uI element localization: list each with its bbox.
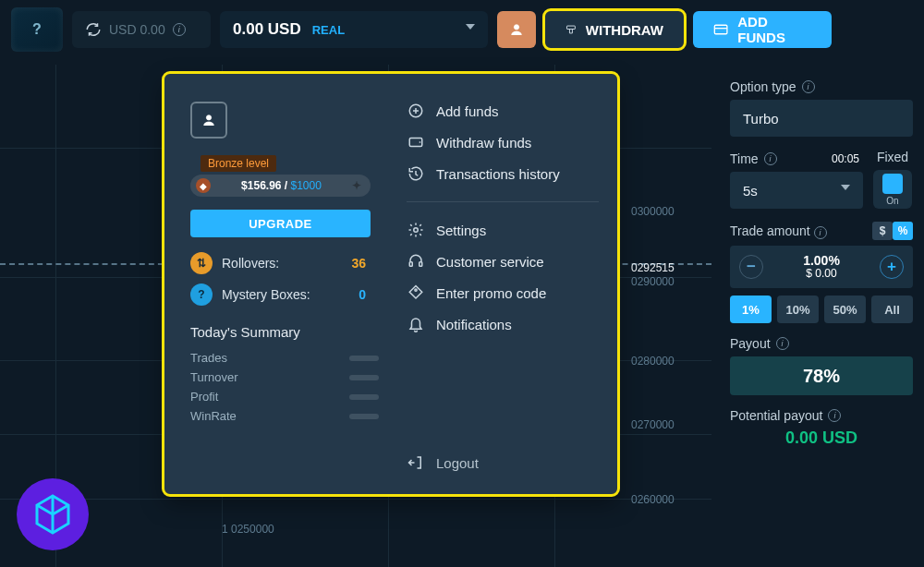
unit-percent[interactable]: %	[893, 222, 913, 240]
diamond-icon: ◆	[196, 178, 211, 193]
level-progress: ◆ $156.96 / $1000 ✦	[190, 175, 371, 197]
x-tick: 1 0250000	[222, 523, 274, 536]
chevron-down-icon	[841, 185, 850, 190]
menu-separator	[407, 201, 599, 202]
price-tick: 0260000	[631, 493, 675, 506]
mystery-count: 0	[359, 287, 384, 302]
time-select[interactable]: 5s	[730, 172, 863, 209]
summary-winrate: WinRate	[190, 409, 384, 423]
price-tick: 0290000	[631, 275, 675, 288]
option-type-label: Option type	[730, 79, 796, 94]
refresh-icon	[85, 21, 102, 38]
add-funds-label: ADD FUNDS	[737, 14, 811, 45]
trade-amount-label: Trade amount	[730, 223, 810, 238]
atm-icon	[565, 21, 577, 38]
history-icon	[407, 164, 425, 183]
tag-icon	[407, 284, 425, 302]
svg-point-6	[414, 228, 419, 233]
payout-label: Payout	[730, 336, 771, 351]
chip-10pct[interactable]: 10%	[777, 296, 819, 323]
time-section: Time i 00:05 5s Fixed On	[730, 150, 913, 209]
add-funds-button[interactable]: ADD FUNDS	[693, 11, 832, 48]
svg-point-3	[206, 115, 211, 120]
potential-label: Potential payout	[730, 408, 822, 423]
price-tick: 0300000	[631, 205, 675, 218]
summary-profit: Profit	[190, 390, 384, 404]
svg-rect-8	[419, 262, 422, 267]
withdraw-label: WITHDRAW	[586, 22, 663, 38]
potential-section: Potential payout i 0.00 USD	[730, 408, 913, 448]
balance-select[interactable]: 0.00 USD REAL	[220, 11, 488, 48]
menu-settings[interactable]: Settings	[407, 221, 599, 239]
withdraw-button[interactable]: WITHDRAW	[545, 11, 684, 48]
bell-icon	[407, 315, 425, 333]
profile-menu-popover: Bronze level ◆ $156.96 / $1000 ✦ UPGRADE…	[164, 74, 617, 494]
plus-icon: ✦	[352, 179, 361, 192]
unit-toggle[interactable]: $ %	[872, 222, 913, 240]
option-type-select[interactable]: Turbo	[730, 100, 913, 137]
logout-icon	[407, 453, 425, 472]
amount-display: 1.00% $ 0.00	[803, 254, 840, 281]
svg-rect-2	[714, 25, 727, 33]
summary-turnover: Turnover	[190, 370, 384, 384]
svg-point-9	[415, 289, 417, 291]
user-icon	[509, 22, 524, 37]
fixed-label: Fixed	[877, 150, 908, 164]
chip-50pct[interactable]: 50%	[824, 296, 866, 323]
menu-withdraw[interactable]: Withdraw funds	[407, 133, 599, 151]
level-current: $156.96	[241, 179, 281, 192]
amount-decrease[interactable]: −	[739, 255, 763, 279]
trade-sidebar: Option type i Turbo Time i 00:05 5s Fixe…	[730, 79, 913, 448]
potential-value: 0.00 USD	[730, 428, 913, 448]
summary-title: Today's Summary	[190, 324, 384, 340]
menu-promo[interactable]: Enter promo code	[407, 284, 599, 302]
level-tag: Bronze level	[201, 155, 276, 172]
menu-transactions[interactable]: Transactions history	[407, 164, 599, 183]
credits-pill[interactable]: USD 0.00 i	[72, 11, 211, 48]
payout-section: Payout i 78%	[730, 336, 913, 395]
profile-button[interactable]	[497, 11, 536, 48]
plus-circle-icon	[407, 102, 425, 120]
info-icon: i	[814, 226, 827, 239]
info-icon: i	[173, 23, 186, 36]
unit-dollar[interactable]: $	[872, 222, 893, 240]
rollovers-count: 36	[351, 256, 384, 271]
payout-value: 78%	[730, 356, 913, 395]
menu-notifications[interactable]: Notifications	[407, 315, 599, 333]
toggle-state: On	[886, 196, 898, 206]
price-tick: 0292515	[631, 261, 675, 274]
svg-rect-1	[566, 26, 575, 29]
level-max: $1000	[291, 179, 322, 192]
time-label: Time	[730, 151, 759, 166]
stat-rollovers[interactable]: ⇅ Rollovers: 36	[190, 252, 384, 274]
menu-add-funds[interactable]: Add funds	[407, 102, 599, 120]
logo-cube[interactable]: ?	[11, 7, 63, 52]
info-icon: i	[776, 337, 789, 350]
menu-logout[interactable]: Logout	[407, 453, 599, 472]
trade-amount-input: − 1.00% $ 0.00 +	[730, 246, 913, 288]
summary-trades: Trades	[190, 351, 384, 365]
credits-value: USD 0.00	[109, 22, 165, 37]
mystery-icon: ?	[190, 284, 213, 306]
svg-point-0	[514, 25, 518, 30]
rollover-icon: ⇅	[190, 252, 213, 274]
trade-amount-section: Trade amount i $ % − 1.00% $ 0.00 + 1% 1…	[730, 222, 913, 323]
amount-increase[interactable]: +	[880, 255, 904, 279]
fixed-toggle[interactable]: On	[873, 170, 912, 209]
wallet-icon	[407, 133, 425, 151]
account-menu: Add funds Withdraw funds Transactions hi…	[407, 102, 599, 472]
option-type-section: Option type i Turbo	[730, 79, 913, 137]
upgrade-button[interactable]: UPGRADE	[190, 210, 371, 237]
balance-amount: 0.00 USD	[233, 20, 301, 39]
chip-all[interactable]: All	[871, 296, 913, 323]
info-icon: i	[802, 80, 815, 93]
info-icon: i	[828, 409, 841, 422]
avatar	[190, 102, 227, 139]
chip-1pct[interactable]: 1%	[730, 296, 772, 323]
menu-support[interactable]: Customer service	[407, 252, 599, 271]
price-tick: 0280000	[631, 355, 675, 368]
stat-mystery[interactable]: ? Mystery Boxes: 0	[190, 284, 384, 306]
info-icon: i	[764, 152, 777, 165]
top-bar: ? USD 0.00 i 0.00 USD REAL WITHDRAW ADD …	[0, 9, 924, 50]
toggle-knob	[882, 174, 903, 194]
